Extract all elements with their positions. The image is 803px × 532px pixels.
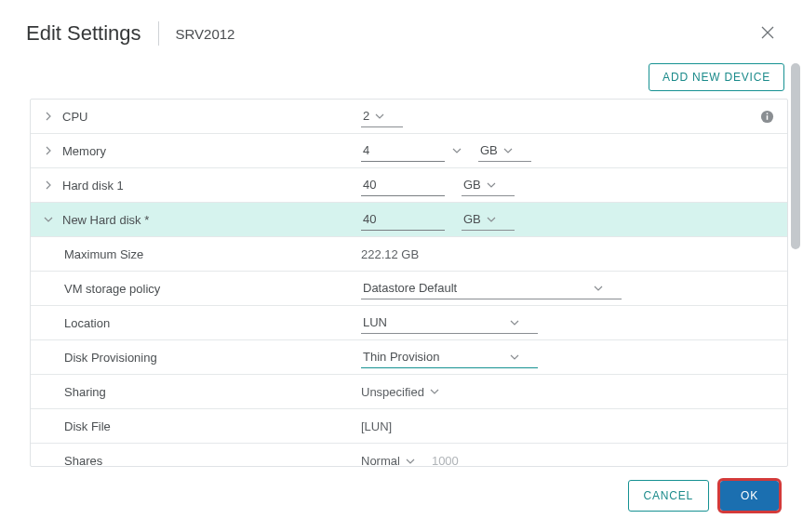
disk-file-value: [LUN] <box>361 419 392 433</box>
location-select[interactable]: LUN <box>361 312 538 334</box>
shares-label: Shares <box>64 454 102 467</box>
disk-provisioning-label: Disk Provisioning <box>64 351 157 365</box>
close-button[interactable] <box>755 20 781 47</box>
location-label: Location <box>64 316 110 330</box>
add-new-device-button[interactable]: ADD NEW DEVICE <box>649 63 784 91</box>
divider <box>158 21 159 46</box>
harddisk1-size-input[interactable] <box>361 174 445 196</box>
dialog-header: Edit Settings SRV2012 <box>0 0 803 60</box>
row-sharing: Sharing Unspecified <box>31 375 787 409</box>
maximum-size-value: 222.12 GB <box>361 247 419 261</box>
chevron-down-icon <box>487 215 496 224</box>
chevron-down-icon <box>406 457 415 466</box>
cancel-button[interactable]: CANCEL <box>628 480 709 512</box>
maximum-size-label: Maximum Size <box>64 247 143 261</box>
row-storage-policy: VM storage policy Datastore Default <box>31 272 787 306</box>
chevron-down-icon <box>44 215 57 224</box>
content: ADD NEW DEVICE CPU 2 <box>0 60 803 467</box>
harddisk1-unit-select[interactable]: GB <box>462 174 515 196</box>
sharing-value[interactable]: Unspecified <box>361 385 439 399</box>
ok-button[interactable]: OK <box>720 481 779 511</box>
new-harddisk-unit-select[interactable]: GB <box>462 208 515 231</box>
row-maximum-size: Maximum Size 222.12 GB <box>31 237 787 272</box>
row-memory[interactable]: Memory GB <box>31 134 787 168</box>
row-cpu[interactable]: CPU 2 <box>31 100 787 134</box>
row-harddisk1[interactable]: Hard disk 1 GB <box>31 168 787 203</box>
chevron-down-icon <box>510 352 519 362</box>
chevron-right-icon <box>44 146 57 155</box>
dialog-title: Edit Settings <box>26 21 141 46</box>
new-harddisk-label: New Hard disk * <box>62 213 149 227</box>
harddisk1-label: Hard disk 1 <box>62 179 124 193</box>
topbar: ADD NEW DEVICE <box>30 60 788 99</box>
chevron-down-icon <box>430 387 439 396</box>
new-harddisk-size-input[interactable] <box>361 208 445 231</box>
dialog-footer: CANCEL OK <box>0 467 803 532</box>
chevron-down-icon <box>487 180 496 190</box>
shares-value: 1000 <box>432 454 459 467</box>
chevron-down-icon[interactable] <box>452 146 462 155</box>
shares-mode-select[interactable]: Normal <box>361 454 415 467</box>
svg-rect-1 <box>767 115 769 120</box>
disk-provisioning-select[interactable]: Thin Provision <box>361 346 538 368</box>
chevron-down-icon <box>594 284 603 293</box>
row-shares: Shares Normal 1000 <box>31 444 787 467</box>
chevron-right-icon <box>44 112 57 121</box>
memory-unit-select[interactable]: GB <box>478 140 531 162</box>
cpu-count-select[interactable]: 2 <box>361 105 403 127</box>
settings-table: ADD NEW DEVICE CPU 2 <box>30 60 788 467</box>
row-disk-file: Disk File [LUN] <box>31 409 787 444</box>
scrollbar-thumb[interactable] <box>791 63 800 249</box>
memory-label: Memory <box>62 144 106 158</box>
chevron-down-icon <box>375 112 384 121</box>
rows-container: CPU 2 Memory <box>30 99 788 467</box>
vm-name: SRV2012 <box>176 26 235 42</box>
scrollbar[interactable] <box>788 60 803 467</box>
close-icon <box>760 25 775 43</box>
row-location: Location LUN <box>31 306 787 340</box>
row-new-harddisk[interactable]: New Hard disk * GB <box>31 203 787 237</box>
chevron-down-icon <box>510 318 519 327</box>
storage-policy-select[interactable]: Datastore Default <box>361 277 622 299</box>
cpu-label: CPU <box>62 110 87 124</box>
disk-file-label: Disk File <box>64 419 111 433</box>
row-disk-provisioning: Disk Provisioning Thin Provision <box>31 340 787 375</box>
memory-value-input[interactable] <box>361 140 445 162</box>
info-icon[interactable] <box>760 110 774 124</box>
edit-settings-dialog: Edit Settings SRV2012 ADD NEW DEVICE CPU <box>0 0 803 532</box>
storage-policy-label: VM storage policy <box>64 282 160 296</box>
svg-rect-2 <box>767 113 769 114</box>
chevron-right-icon <box>44 180 57 190</box>
sharing-label: Sharing <box>64 385 106 399</box>
chevron-down-icon <box>503 146 513 155</box>
